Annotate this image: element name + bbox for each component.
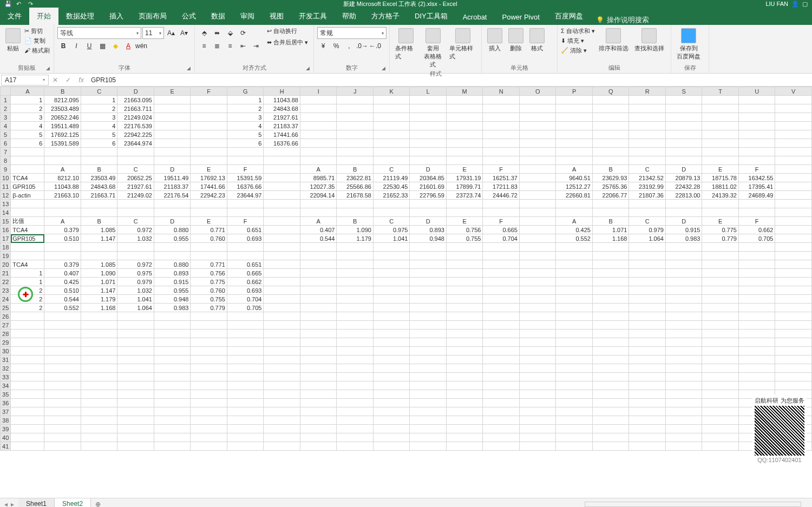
cell-N7[interactable] bbox=[483, 148, 520, 156]
cell-C7[interactable] bbox=[81, 148, 117, 156]
cell-D31[interactable] bbox=[117, 355, 154, 364]
cell-I22[interactable] bbox=[300, 278, 337, 286]
cell-D37[interactable] bbox=[117, 407, 154, 416]
cell-J39[interactable] bbox=[337, 425, 374, 433]
cell-S18[interactable] bbox=[665, 243, 702, 252]
cell-H22[interactable] bbox=[264, 278, 300, 286]
cell-Q8[interactable] bbox=[592, 156, 629, 165]
cell-G27[interactable] bbox=[227, 321, 264, 330]
cell-O30[interactable] bbox=[519, 347, 556, 355]
cell-L41[interactable] bbox=[410, 442, 447, 451]
cell-G30[interactable] bbox=[227, 347, 264, 355]
cell-U23[interactable] bbox=[738, 286, 775, 295]
row-header-21[interactable]: 21 bbox=[1, 269, 11, 278]
cell-G17[interactable]: 0.693 bbox=[227, 234, 264, 243]
cell-B30[interactable] bbox=[44, 347, 81, 355]
cell-F10[interactable]: 17692.13 bbox=[191, 174, 227, 182]
cell-A3[interactable]: 3 bbox=[11, 113, 44, 122]
cell-B13[interactable] bbox=[44, 200, 81, 208]
decrease-indent-icon[interactable]: ⇤ bbox=[237, 40, 249, 52]
cell-P25[interactable] bbox=[556, 304, 593, 312]
cell-G18[interactable] bbox=[227, 243, 264, 252]
conditional-format-button[interactable]: 条件格式 bbox=[393, 27, 418, 62]
cell-L37[interactable] bbox=[410, 407, 447, 416]
cell-J1[interactable] bbox=[337, 96, 374, 104]
cell-T20[interactable] bbox=[702, 260, 739, 269]
cell-L28[interactable] bbox=[410, 330, 447, 338]
cell-I2[interactable] bbox=[300, 104, 337, 113]
cell-E8[interactable] bbox=[154, 156, 191, 165]
cell-K35[interactable] bbox=[373, 390, 410, 399]
cell-T16[interactable]: 0.775 bbox=[702, 226, 739, 234]
cell-B12[interactable]: 21663.10 bbox=[44, 191, 81, 200]
cell-S5[interactable] bbox=[665, 130, 702, 139]
cell-L13[interactable] bbox=[410, 200, 447, 208]
cell-K24[interactable] bbox=[373, 295, 410, 304]
cell-A22[interactable]: 1 bbox=[11, 278, 44, 286]
cell-D11[interactable]: 21927.61 bbox=[117, 182, 154, 191]
cell-L16[interactable]: 0.893 bbox=[410, 226, 447, 234]
cell-B17[interactable]: 0.510 bbox=[44, 234, 81, 243]
cell-I36[interactable] bbox=[300, 399, 337, 407]
cell-G20[interactable]: 0.651 bbox=[227, 260, 264, 269]
cell-M31[interactable] bbox=[446, 355, 483, 364]
cell-B25[interactable]: 0.552 bbox=[44, 304, 81, 312]
cell-N23[interactable] bbox=[483, 286, 520, 295]
cell-B31[interactable] bbox=[44, 355, 81, 364]
cell-I39[interactable] bbox=[300, 425, 337, 433]
cell-V11[interactable] bbox=[775, 182, 812, 191]
col-header-P[interactable]: P bbox=[556, 87, 593, 96]
cell-U5[interactable] bbox=[738, 130, 775, 139]
cell-I35[interactable] bbox=[300, 390, 337, 399]
col-header-M[interactable]: M bbox=[446, 87, 483, 96]
cell-Q35[interactable] bbox=[592, 390, 629, 399]
cell-C15[interactable]: B bbox=[81, 217, 117, 226]
font-name-combo[interactable]: 等线▾ bbox=[57, 27, 141, 39]
col-header-R[interactable]: R bbox=[629, 87, 666, 96]
cell-L33[interactable] bbox=[410, 373, 447, 381]
cell-A20[interactable]: TCA4 bbox=[11, 260, 44, 269]
cell-F9[interactable]: E bbox=[191, 165, 227, 174]
cell-P22[interactable] bbox=[556, 278, 593, 286]
cell-B2[interactable]: 23503.489 bbox=[44, 104, 81, 113]
cell-L14[interactable] bbox=[410, 208, 447, 217]
cell-T18[interactable] bbox=[702, 243, 739, 252]
cell-J18[interactable] bbox=[337, 243, 374, 252]
cell-G35[interactable] bbox=[227, 390, 264, 399]
cell-L25[interactable] bbox=[410, 304, 447, 312]
cell-F18[interactable] bbox=[191, 243, 227, 252]
cell-U31[interactable] bbox=[738, 355, 775, 364]
cell-D39[interactable] bbox=[117, 425, 154, 433]
format-cells-button[interactable]: 格式 bbox=[527, 27, 547, 54]
cell-O4[interactable] bbox=[519, 122, 556, 130]
cell-I34[interactable] bbox=[300, 381, 337, 390]
cell-N10[interactable]: 16251.37 bbox=[483, 174, 520, 182]
cell-T9[interactable]: E bbox=[702, 165, 739, 174]
cell-D7[interactable] bbox=[117, 148, 154, 156]
cell-G34[interactable] bbox=[227, 381, 264, 390]
row-header-33[interactable]: 33 bbox=[1, 373, 11, 381]
col-header-Q[interactable]: Q bbox=[592, 87, 629, 96]
cell-R33[interactable] bbox=[629, 373, 666, 381]
cell-I24[interactable] bbox=[300, 295, 337, 304]
underline-button[interactable]: U bbox=[83, 40, 95, 52]
cell-D28[interactable] bbox=[117, 330, 154, 338]
cell-U17[interactable]: 0.705 bbox=[738, 234, 775, 243]
name-box[interactable]: A17▾ bbox=[1, 75, 49, 85]
cell-S9[interactable]: D bbox=[665, 165, 702, 174]
ribbon-tab-14[interactable]: Power Pivot bbox=[494, 9, 547, 25]
cell-O40[interactable] bbox=[519, 433, 556, 442]
cell-G38[interactable] bbox=[227, 416, 264, 425]
cell-C39[interactable] bbox=[81, 425, 117, 433]
cell-M37[interactable] bbox=[446, 407, 483, 416]
cell-E3[interactable] bbox=[154, 113, 191, 122]
cell-R15[interactable]: C bbox=[629, 217, 666, 226]
cell-B1[interactable]: 8212.095 bbox=[44, 96, 81, 104]
cell-Q19[interactable] bbox=[592, 252, 629, 260]
cell-M6[interactable] bbox=[446, 139, 483, 148]
cell-K41[interactable] bbox=[373, 442, 410, 451]
cell-P23[interactable] bbox=[556, 286, 593, 295]
cell-V14[interactable] bbox=[775, 208, 812, 217]
cell-J15[interactable]: B bbox=[337, 217, 374, 226]
cell-L31[interactable] bbox=[410, 355, 447, 364]
